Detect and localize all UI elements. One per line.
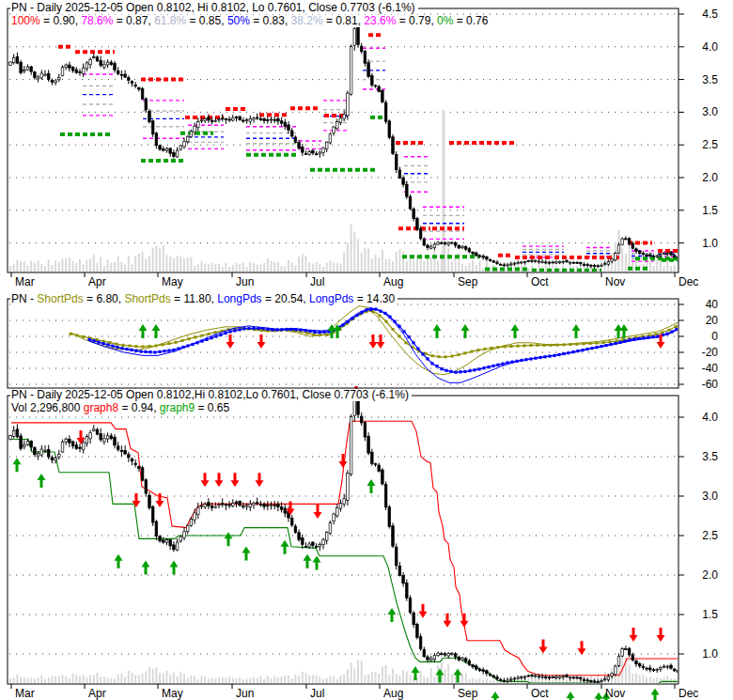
- svg-text:3.0: 3.0: [702, 105, 718, 118]
- bottom-panel-volume-legend: Vol 2,296,800 graph8 = 0.94, graph9 = 0.…: [10, 402, 232, 414]
- svg-text:Mar: Mar: [15, 275, 35, 288]
- svg-text:0: 0: [711, 330, 718, 343]
- bottom-panel-title: PN - Daily 2025-12-05 Open 0.8102,Hi 0.8…: [10, 389, 412, 401]
- svg-text:Nov: Nov: [605, 275, 625, 288]
- svg-text:1.0: 1.0: [702, 647, 718, 661]
- svg-text:Jul: Jul: [310, 687, 324, 700]
- legend-segment: PN -: [11, 292, 37, 305]
- svg-text:4.5: 4.5: [702, 8, 718, 21]
- svg-text:Apr: Apr: [88, 275, 106, 288]
- middle-panel-title: PN - ShortPds = 6.80, ShortPds = 11.80, …: [10, 293, 398, 305]
- legend-segment: = 0.87,: [113, 14, 154, 27]
- svg-text:Aug: Aug: [383, 687, 403, 700]
- svg-text:May: May: [162, 687, 183, 700]
- svg-text:4.0: 4.0: [702, 411, 718, 424]
- legend-segment: graph9: [160, 401, 195, 414]
- svg-text:Jul: Jul: [310, 275, 324, 288]
- top-panel-fib-legend: 100% = 0.90, 78.6% = 0.87, 61.8% = 0.85,…: [10, 15, 491, 27]
- legend-segment: = 14.30: [353, 292, 395, 305]
- svg-text:3.5: 3.5: [702, 450, 718, 463]
- legend-segment: LongPds: [217, 292, 261, 305]
- legend-segment: 61.8%: [154, 14, 186, 27]
- svg-text:1.5: 1.5: [702, 204, 718, 217]
- legend-segment: = 0.81,: [323, 14, 365, 27]
- svg-text:Apr: Apr: [88, 687, 106, 700]
- top-panel-title: PN - Daily 2025-12-05 Open 0.8102, Hi 0.…: [10, 2, 418, 14]
- legend-segment: = 0.83,: [250, 14, 291, 27]
- svg-text:May: May: [162, 275, 183, 288]
- svg-text:Jun: Jun: [236, 275, 254, 288]
- legend-segment: = 0.76: [453, 14, 488, 27]
- legend-segment: ShortPds: [37, 292, 83, 305]
- svg-text:-40: -40: [702, 362, 719, 375]
- svg-text:Aug: Aug: [383, 275, 403, 288]
- svg-text:2.0: 2.0: [702, 568, 718, 582]
- legend-segment: ShortPds: [124, 292, 170, 305]
- legend-segment: LongPds: [309, 292, 353, 305]
- svg-text:Nov: Nov: [605, 687, 625, 700]
- legend-segment: = 0.79,: [396, 14, 437, 27]
- legend-segment: 23.6%: [364, 14, 396, 27]
- svg-text:1.0: 1.0: [702, 237, 718, 250]
- svg-text:Dec: Dec: [678, 275, 698, 288]
- svg-text:-20: -20: [702, 346, 719, 359]
- svg-text:40: 40: [706, 298, 719, 311]
- svg-text:4.0: 4.0: [702, 40, 718, 54]
- legend-segment: 0%: [437, 14, 453, 27]
- legend-segment: 78.6%: [81, 14, 113, 27]
- legend-segment: = 0.90,: [40, 14, 82, 27]
- svg-text:Dec: Dec: [678, 687, 698, 700]
- svg-text:2.5: 2.5: [702, 529, 718, 542]
- legend-segment: 100%: [11, 14, 40, 27]
- legend-segment: = 0.65: [195, 401, 229, 414]
- svg-text:-60: -60: [702, 378, 719, 391]
- legend-segment: = 6.80,: [84, 292, 125, 305]
- legend-segment: Vol 2,296,800: [11, 401, 84, 414]
- legend-segment: = 0.85,: [186, 14, 227, 27]
- legend-segment: 50%: [227, 14, 250, 27]
- svg-text:3.5: 3.5: [702, 73, 718, 86]
- legend-segment: 38.2%: [291, 14, 323, 27]
- svg-text:1.5: 1.5: [702, 608, 718, 621]
- legend-segment: = 0.94,: [118, 401, 160, 414]
- legend-segment: = 20.54,: [262, 292, 309, 305]
- svg-text:2.0: 2.0: [702, 171, 718, 184]
- svg-text:Oct: Oct: [531, 687, 549, 700]
- svg-text:Jun: Jun: [236, 687, 254, 700]
- svg-text:20: 20: [706, 314, 719, 327]
- legend-segment: graph8: [84, 401, 118, 414]
- price-charts-canvas: 4.54.03.53.02.52.01.51.040200-20-40-604.…: [0, 0, 733, 700]
- svg-text:2.5: 2.5: [702, 138, 718, 151]
- legend-segment: = 11.80,: [171, 292, 217, 305]
- svg-text:Sep: Sep: [458, 275, 478, 288]
- svg-text:Mar: Mar: [15, 687, 35, 700]
- svg-text:Sep: Sep: [458, 687, 478, 700]
- svg-text:3.0: 3.0: [702, 490, 718, 503]
- svg-text:Oct: Oct: [531, 275, 549, 288]
